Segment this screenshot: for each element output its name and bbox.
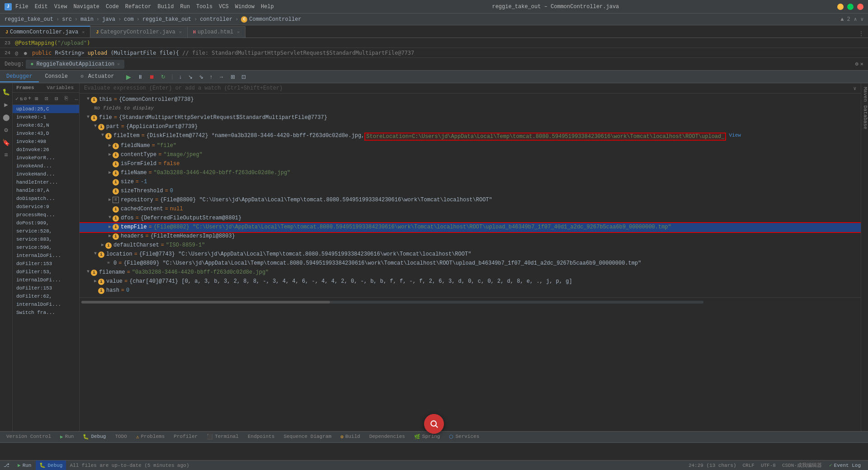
- var-repository[interactable]: ▶ R repository = {File@8800} "C:\Users\j…: [80, 196, 861, 205]
- frame-service528[interactable]: service:528,: [13, 227, 79, 235]
- frame-internalDoFi3[interactable]: internalDoFi...: [13, 300, 79, 309]
- step-over-button[interactable]: ↓: [177, 72, 184, 81]
- var-dfos[interactable]: ▼ i dfos = {DeferredFileOutputStream@880…: [80, 214, 861, 223]
- frame-doFilter153-1[interactable]: doFilter:153: [13, 260, 79, 268]
- var-defaultcharset[interactable]: ▶ i defaultCharset = "ISO-8859-1": [80, 241, 861, 250]
- menu-vcs[interactable]: VCS: [219, 4, 229, 10]
- breadcrumb-com[interactable]: com: [124, 16, 134, 23]
- toggle-value[interactable]: ▶: [94, 278, 97, 284]
- breadcrumb-project[interactable]: reggie_take_out: [5, 16, 53, 23]
- frame-doService[interactable]: doService:9: [13, 203, 79, 211]
- var-file[interactable]: ▼ i file = {StandardMultipartHttpServlet…: [80, 114, 861, 123]
- tab-profiler[interactable]: Profiler: [169, 432, 202, 442]
- var-this[interactable]: ▼ i this = {CommonController@7738}: [80, 95, 861, 104]
- tab-close-2[interactable]: ✕: [179, 29, 182, 35]
- pause-button[interactable]: ⏸: [135, 72, 145, 81]
- debug-session-close[interactable]: ✕: [117, 62, 120, 67]
- rerun-button[interactable]: ↻: [159, 72, 168, 81]
- var-isformfield[interactable]: ▶ i isFormField = false: [80, 160, 861, 169]
- cursor-position[interactable]: 24:29 (13 chars): [686, 463, 739, 468]
- tab-problems[interactable]: ⚠ Problems: [132, 432, 169, 442]
- expression-expand[interactable]: ∨: [853, 85, 856, 91]
- breadcrumb-class[interactable]: CommonController: [249, 16, 301, 23]
- breadcrumb-src[interactable]: src: [62, 16, 72, 23]
- tab-run[interactable]: ▶ Run: [56, 432, 78, 442]
- close-debug-icon[interactable]: ✕: [860, 61, 863, 67]
- trace-current[interactable]: ⊡: [239, 72, 248, 81]
- frame-doFilter153-2[interactable]: doFilter:153: [13, 284, 79, 292]
- toggle-filename-root[interactable]: ▼: [87, 269, 90, 274]
- encoding-info[interactable]: UTF-8: [758, 463, 778, 468]
- menu-view[interactable]: View: [54, 4, 67, 10]
- var-fieldname[interactable]: ▶ i fieldName = "file": [80, 142, 861, 151]
- sort-button[interactable]: ⇅: [19, 94, 23, 103]
- expand-all[interactable]: ⊞: [32, 94, 41, 103]
- frame-service883[interactable]: service:883,: [13, 235, 79, 243]
- tab-build[interactable]: ⚙ Build: [336, 432, 365, 442]
- settings-sidebar-icon[interactable]: ⚙: [1, 125, 11, 135]
- tab-dependencies[interactable]: Dependencies: [365, 432, 410, 442]
- toggle-part[interactable]: ▼: [94, 123, 97, 128]
- step-out-button[interactable]: ↑: [208, 72, 215, 81]
- var-hash[interactable]: ▶ i hash = 0: [80, 286, 861, 295]
- toggle-dfos[interactable]: ▼: [108, 215, 111, 220]
- toggle-fileitem[interactable]: ▼: [101, 133, 104, 138]
- breadcrumb-reggie[interactable]: reggie_take_out: [142, 16, 191, 23]
- var-sizethreshold[interactable]: ▶ i sizeThreshold = 0: [80, 187, 861, 196]
- git-button[interactable]: ⎇: [0, 461, 13, 470]
- toggle-defaultcharset[interactable]: ▶: [101, 242, 104, 247]
- toggle-fieldname[interactable]: ▶: [108, 142, 111, 148]
- frame-doDispatch[interactable]: doDispatch...: [13, 195, 79, 203]
- breadcrumb-main[interactable]: main: [80, 16, 94, 23]
- frame-invoke43[interactable]: invoke:43,D: [13, 129, 79, 138]
- var-headers[interactable]: ▶ i headers = {FileItemHeadersImpl@8803}: [80, 232, 861, 241]
- settings-icon[interactable]: ⚙: [855, 61, 859, 67]
- collapse-all[interactable]: ⊡: [42, 94, 51, 103]
- var-filename-inner[interactable]: ▶ i fileName = "0a3b3288-3446-4420-bbff-…: [80, 169, 861, 178]
- toggle-repository[interactable]: ▶: [108, 197, 111, 202]
- tab-upload-html[interactable]: H upload.html ✕: [188, 26, 245, 38]
- toggle-filename-inner[interactable]: ▶: [108, 170, 111, 175]
- debug-icon[interactable]: 🐛: [1, 87, 11, 97]
- title-menu[interactable]: File Edit View Navigate Code Refactor Bu…: [15, 4, 274, 10]
- stop-button[interactable]: ⏹: [147, 72, 157, 81]
- copy-value[interactable]: ⎘: [62, 94, 71, 103]
- step-into-button[interactable]: ↘: [186, 72, 195, 81]
- toggle-this[interactable]: ▼: [87, 96, 90, 101]
- breakpoints-icon[interactable]: ⬤: [1, 112, 11, 122]
- frame-handle87[interactable]: handle:87,A: [13, 186, 79, 195]
- breakpoint-dot[interactable]: ●: [24, 50, 27, 56]
- structure-icon[interactable]: ≡: [1, 150, 11, 160]
- frame-service596[interactable]: service:596,: [13, 243, 79, 252]
- menu-help[interactable]: Help: [261, 4, 274, 10]
- event-log-button[interactable]: ✓ Event Log: [826, 461, 864, 470]
- expression-bar[interactable]: Evaluate expression (Enter) or add a wat…: [80, 83, 861, 94]
- debug-status-button[interactable]: 🐛 Debug: [36, 461, 66, 470]
- tab-actuator[interactable]: ⚙ Actuator: [74, 71, 120, 82]
- scrollbar-area[interactable]: [80, 297, 861, 306]
- var-cachedcontent[interactable]: ▶ i cachedContent = null: [80, 205, 861, 214]
- database-label[interactable]: Database: [861, 104, 868, 131]
- frame-doInvoke[interactable]: doInvoke:26: [13, 146, 79, 154]
- menu-refactor[interactable]: Refactor: [125, 4, 151, 10]
- var-location-0[interactable]: ▶ = 0 = {File@8809} "C:\Users\jd\AppData…: [80, 259, 861, 268]
- restore-layout[interactable]: ⊟: [52, 94, 61, 103]
- toggle-headers[interactable]: ▶: [108, 233, 111, 238]
- tab-todo[interactable]: TODO: [110, 432, 131, 442]
- tab-sequence[interactable]: Sequence Diagram: [279, 432, 336, 442]
- resume-button[interactable]: ▶: [124, 72, 133, 82]
- frame-doPost[interactable]: doPost:909,: [13, 219, 79, 227]
- bookmark-icon[interactable]: 🔖: [1, 138, 11, 147]
- breadcrumb-java[interactable]: java: [102, 16, 115, 23]
- line-separator[interactable]: CRLF: [740, 463, 757, 468]
- frame-handleInter[interactable]: handleInter...: [13, 178, 79, 186]
- tab-console[interactable]: Console: [39, 71, 74, 82]
- var-fileitem[interactable]: ▼ i fileItem = {DiskFileItem@7742} *name…: [80, 132, 861, 142]
- tab-endpoints[interactable]: Endpoints: [243, 432, 279, 442]
- tab-spring[interactable]: 🌿 Spring: [410, 432, 445, 442]
- filter-icon[interactable]: ⊘: [24, 94, 27, 103]
- frame-invokeHand[interactable]: invokeHand...: [13, 170, 79, 178]
- menu-window[interactable]: Window: [235, 4, 255, 10]
- run-to-cursor[interactable]: →: [217, 72, 226, 81]
- menu-build[interactable]: Build: [157, 4, 174, 10]
